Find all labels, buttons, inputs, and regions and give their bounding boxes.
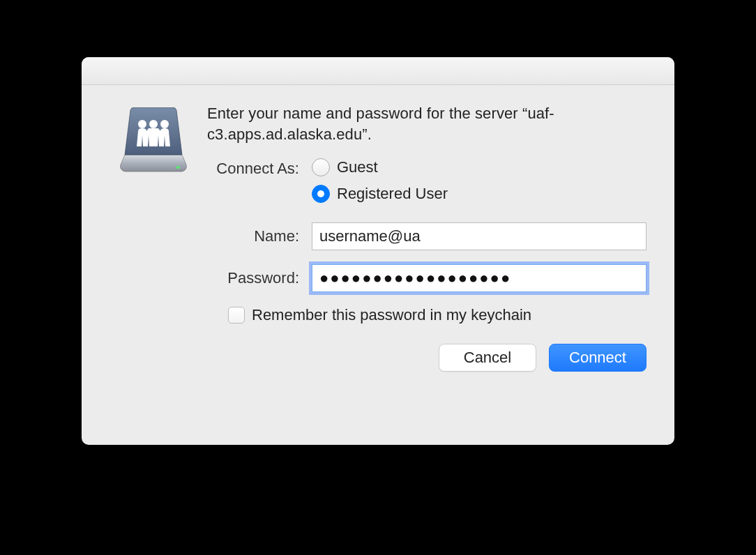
password-row: Password: ●●●●●●●●●●●●●●●●●●	[207, 264, 647, 292]
connect-as-row: Connect As: Guest Registered User	[207, 158, 647, 203]
password-label: Password:	[207, 269, 312, 287]
name-row: Name:	[207, 222, 647, 250]
password-input[interactable]: ●●●●●●●●●●●●●●●●●●	[312, 264, 647, 292]
connect-as-label: Connect As:	[207, 158, 312, 178]
radio-registered-indicator	[312, 185, 330, 203]
name-input[interactable]	[312, 222, 647, 250]
prompt-message: Enter your name and password for the ser…	[207, 103, 647, 144]
remember-row[interactable]: Remember this password in my keychain	[228, 306, 647, 324]
cancel-button[interactable]: Cancel	[439, 344, 536, 372]
button-row: Cancel Connect	[207, 344, 647, 372]
name-label: Name:	[207, 227, 312, 245]
radio-registered-label: Registered User	[337, 185, 448, 203]
svg-point-1	[138, 120, 146, 128]
network-drive-icon	[115, 107, 192, 184]
dialog-titlebar	[82, 57, 674, 85]
connect-as-radio-group: Guest Registered User	[312, 158, 448, 203]
radio-guest-label: Guest	[337, 158, 378, 176]
icon-column	[115, 103, 192, 372]
connect-to-server-dialog: Enter your name and password for the ser…	[82, 57, 674, 445]
svg-point-3	[160, 120, 169, 128]
form-column: Enter your name and password for the ser…	[207, 103, 647, 372]
dialog-content: Enter your name and password for the ser…	[82, 85, 674, 393]
remember-label: Remember this password in my keychain	[252, 306, 531, 324]
svg-point-0	[176, 166, 180, 169]
svg-point-2	[149, 120, 158, 128]
radio-guest[interactable]: Guest	[312, 158, 448, 176]
radio-registered-user[interactable]: Registered User	[312, 185, 448, 203]
connect-button[interactable]: Connect	[549, 344, 647, 372]
remember-checkbox[interactable]	[228, 307, 245, 324]
radio-guest-indicator	[312, 158, 330, 176]
